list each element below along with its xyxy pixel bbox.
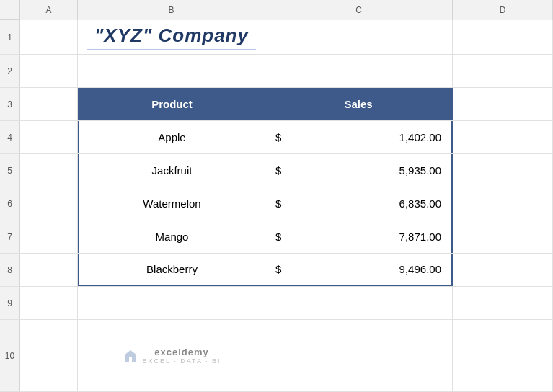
watermark-subtext: EXCEL · DATA · BI [143,357,221,365]
row-num-4: 4 [0,121,20,153]
cell-9c [265,287,453,319]
cell-3a [20,88,78,120]
cell-3b-header: Product [78,88,265,120]
row-num-6: 6 [0,187,20,220]
cell-7d [453,220,553,253]
cell-9b [78,287,265,319]
spreadsheet: A B C D 1 "XYZ" Company 2 [0,0,553,392]
row-3-dollar: $ [275,197,281,210]
grid-row-2: 2 [0,55,553,88]
cell-8c: $ 9,496.00 [265,254,453,286]
cell-2b [78,55,265,87]
cell-6d [453,187,553,220]
cell-4a [20,121,78,153]
grid-row-1: 1 "XYZ" Company [0,20,553,55]
cell-1b-title: "XYZ" Company [78,20,265,54]
grid-row-3: 3 Product Sales [0,88,553,121]
row-5-product: Blackberry [146,263,198,275]
cell-6b: Watermelon [78,187,265,220]
grid-row-6: 6 Watermelon $ 6,835.00 [0,187,553,220]
grid-row-7: 7 Mango $ 7,871.00 [0,220,553,254]
row-num-3: 3 [0,88,20,120]
row-num-2: 2 [0,55,20,87]
cell-7b: Mango [78,220,265,253]
cell-8b: Blackberry [78,254,265,286]
row-2-product: Jackfruit [152,164,193,177]
cell-5c: $ 5,935.00 [265,154,453,187]
cell-10d [453,320,553,391]
cell-1c [265,20,453,54]
row-1-dollar: $ [275,131,281,143]
col-header-d: D [453,0,553,20]
row-4-dollar: $ [275,231,281,243]
grid-row-5: 5 Jackfruit $ 5,935.00 [0,154,553,187]
col-header-b: B [78,0,265,20]
row-5-dollar: $ [275,263,281,275]
row-num-5: 5 [0,154,20,187]
row-num-10: 10 [0,320,20,391]
watermark-text: exceldemy [154,347,209,357]
row-num-8: 8 [0,254,20,286]
cell-6c: $ 6,835.00 [265,187,453,220]
row-1-product: Apple [158,131,185,143]
cell-2a [20,55,78,87]
cell-10c [265,320,453,391]
row-2-dollar: $ [275,164,281,177]
cell-4d [453,121,553,153]
row-num-9: 9 [0,287,20,319]
spreadsheet-title: "XYZ" Company [94,24,249,47]
cell-4c: $ 1,402.00 [265,121,453,153]
grid-row-4: 4 Apple $ 1,402.00 [0,121,553,154]
cell-7a [20,220,78,253]
title-merged: "XYZ" Company [78,24,265,50]
cell-2d [453,55,553,87]
exceldemy-logo-icon [123,348,138,364]
cell-1a [20,20,78,54]
cell-3c-header: Sales [265,88,453,120]
grid-rows: 1 "XYZ" Company 2 3 [0,20,553,392]
svg-marker-0 [124,350,137,362]
cell-10b-watermark: exceldemy EXCEL · DATA · BI [78,320,265,391]
row-2-amount: 5,935.00 [291,164,441,177]
cell-1d [453,20,553,54]
grid-row-10: 10 exceldemy EXCEL · DATA · BI [0,320,553,392]
cell-8a [20,254,78,286]
row-1-amount: 1,402.00 [291,131,441,143]
cell-8d [453,254,553,286]
grid-row-9: 9 [0,287,553,320]
cell-9a [20,287,78,319]
cell-7c: $ 7,871.00 [265,220,453,253]
col-header-c: C [265,0,453,20]
grid-row-8: 8 Blackberry $ 9,496.00 [0,254,553,287]
cell-10a [20,320,78,391]
cell-5d [453,154,553,187]
cell-3d [453,88,553,120]
cell-5a [20,154,78,187]
row-num-7: 7 [0,220,20,253]
table-header-sales: Sales [344,98,372,110]
row-4-product: Mango [156,231,189,243]
table-header-product: Product [151,98,193,110]
row-3-amount: 6,835.00 [291,197,441,210]
row-num-1: 1 [0,20,20,54]
cell-9d [453,287,553,319]
row-5-amount: 9,496.00 [291,263,441,275]
row-4-amount: 7,871.00 [291,231,441,243]
corner-cell [0,0,20,19]
col-header-a: A [20,0,78,20]
title-underline [87,49,256,50]
cell-6a [20,187,78,220]
cell-2c [265,55,453,87]
cell-4b: Apple [78,121,265,153]
row-3-product: Watermelon [143,197,200,210]
col-headers-row: A B C D [0,0,553,20]
cell-5b: Jackfruit [78,154,265,187]
